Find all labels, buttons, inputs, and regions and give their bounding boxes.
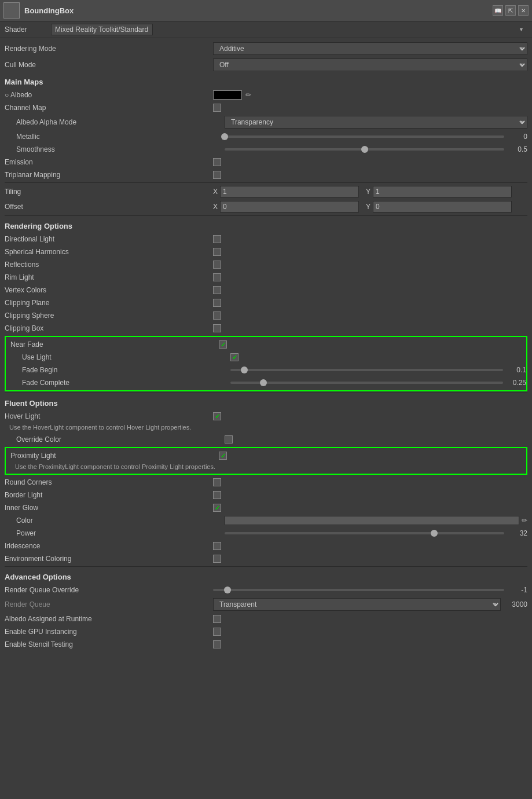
fade-begin-thumb[interactable] <box>241 366 248 373</box>
fade-begin-slider[interactable] <box>230 369 503 371</box>
environment-coloring-label: Environment Coloring <box>5 555 213 563</box>
divider-3 <box>5 393 527 393</box>
fade-begin-label: Fade Begin <box>22 366 230 374</box>
inner-glow-label: Inner Glow <box>5 504 213 512</box>
override-color-control <box>225 435 527 444</box>
emission-checkbox[interactable] <box>213 158 221 166</box>
power-slider[interactable] <box>225 532 504 534</box>
offset-x-input[interactable] <box>220 201 359 212</box>
emission-label: Emission <box>5 158 213 166</box>
smoothness-slider[interactable] <box>225 148 504 151</box>
offset-label: Offset <box>5 203 213 211</box>
render-queue-override-thumb[interactable] <box>224 587 231 593</box>
clipping-sphere-row: Clipping Sphere <box>5 309 527 322</box>
near-fade-highlight-box: Near Fade Use Light Fade Begin <box>5 336 527 391</box>
tiling-label: Tiling <box>5 188 213 196</box>
near-fade-row: Near Fade <box>10 338 526 351</box>
fade-complete-label: Fade Complete <box>22 379 230 387</box>
color-label: Color <box>16 516 225 525</box>
tiling-y-input[interactable] <box>373 186 512 197</box>
use-light-row: Use Light <box>10 351 526 364</box>
albedo-alpha-dropdown[interactable]: Transparency <box>225 116 527 129</box>
near-fade-checkbox[interactable] <box>219 340 227 349</box>
clipping-box-checkbox[interactable] <box>213 324 221 332</box>
proximity-light-label: Proximity Light <box>10 452 219 460</box>
clipping-sphere-checkbox[interactable] <box>213 311 221 320</box>
override-color-checkbox[interactable] <box>225 435 233 444</box>
use-light-checkbox[interactable] <box>230 353 239 361</box>
header-action-buttons: 📖 ⇱ ✕ <box>493 5 529 16</box>
emission-row: Emission <box>5 156 527 168</box>
smoothness-thumb[interactable] <box>361 146 368 153</box>
rim-light-checkbox[interactable] <box>213 273 221 281</box>
albedo-assigned-checkbox[interactable] <box>213 615 221 623</box>
cull-mode-dropdown[interactable]: Off <box>213 58 527 71</box>
clipping-plane-label: Clipping Plane <box>5 299 213 307</box>
render-queue-dropdown[interactable]: Transparent <box>213 598 501 611</box>
albedo-assigned-row: Albedo Assigned at Runtime <box>5 613 527 625</box>
book-icon[interactable]: 📖 <box>493 5 503 16</box>
metallic-thumb[interactable] <box>221 133 228 140</box>
enable-gpu-instancing-label: Enable GPU Instancing <box>5 628 213 636</box>
channel-map-row: Channel Map <box>5 101 527 114</box>
albedo-color-swatch[interactable] <box>213 90 242 100</box>
spherical-harmonics-checkbox[interactable] <box>213 248 221 256</box>
channel-map-checkbox[interactable] <box>213 104 221 112</box>
hover-light-control <box>213 412 527 420</box>
divider-2 <box>5 215 527 216</box>
inner-glow-checkbox[interactable] <box>213 504 221 512</box>
directional-light-control <box>213 235 527 243</box>
triplanar-mapping-checkbox[interactable] <box>213 171 221 179</box>
fade-complete-slider[interactable] <box>230 382 503 384</box>
reflections-checkbox[interactable] <box>213 261 221 269</box>
enable-stencil-testing-checkbox[interactable] <box>213 640 221 648</box>
component-icon <box>3 2 20 19</box>
render-queue-label: Render Queue <box>5 600 213 609</box>
metallic-slider[interactable] <box>225 135 504 138</box>
offset-y-input[interactable] <box>373 201 512 212</box>
proximity-light-row: Proximity Light <box>10 449 526 462</box>
enable-gpu-instancing-checkbox[interactable] <box>213 628 221 636</box>
reflections-row: Reflections <box>5 258 527 271</box>
albedo-alpha-dropdown-wrapper: Transparency <box>225 116 527 129</box>
shader-row: Shader Mixed Reality Toolkit/Standard <box>0 21 532 38</box>
albedo-label: ○ Albedo <box>5 91 213 99</box>
hover-light-checkbox[interactable] <box>213 412 221 420</box>
environment-coloring-checkbox[interactable] <box>213 555 221 563</box>
fade-complete-thumb[interactable] <box>260 379 267 386</box>
vertex-colors-label: Vertex Colors <box>5 286 213 294</box>
clipping-plane-control <box>213 299 527 307</box>
border-light-checkbox[interactable] <box>213 491 221 499</box>
directional-light-checkbox[interactable] <box>213 235 221 243</box>
iridescence-control <box>213 542 527 550</box>
power-thumb[interactable] <box>431 530 438 537</box>
clipping-plane-checkbox[interactable] <box>213 299 221 307</box>
color-bar[interactable] <box>225 516 519 525</box>
channel-map-control <box>213 104 527 112</box>
shader-dropdown[interactable]: Mixed Reality Toolkit/Standard <box>51 24 153 35</box>
smoothness-value: 0.5 <box>504 145 527 153</box>
iridescence-checkbox[interactable] <box>213 542 221 550</box>
color-edit-icon[interactable]: ✏ <box>522 516 527 525</box>
border-light-row: Border Light <box>5 489 527 501</box>
render-queue-slider[interactable] <box>213 589 504 591</box>
round-corners-checkbox[interactable] <box>213 478 221 486</box>
override-color-label: Override Color <box>16 435 225 444</box>
environment-coloring-control <box>213 555 527 563</box>
channel-map-label: Channel Map <box>5 104 213 112</box>
vertex-colors-checkbox[interactable] <box>213 286 221 294</box>
rendering-mode-dropdown[interactable]: Additive <box>213 42 527 55</box>
albedo-edit-icon[interactable]: ✏ <box>245 91 251 99</box>
metallic-control: 0 <box>225 133 527 141</box>
proximity-light-checkbox[interactable] <box>219 452 227 460</box>
cull-mode-row: Cull Mode Off <box>5 57 527 73</box>
triplanar-mapping-row: Triplanar Mapping <box>5 168 527 181</box>
enable-gpu-instancing-row: Enable GPU Instancing <box>5 625 527 638</box>
inner-glow-control <box>213 504 527 512</box>
cull-mode-control: Off <box>213 58 527 71</box>
expand-icon[interactable]: ⇱ <box>505 5 516 16</box>
tiling-x-input[interactable] <box>220 186 359 197</box>
color-row: Color ✏ <box>5 514 527 527</box>
spherical-harmonics-row: Spherical Harmonics <box>5 245 527 258</box>
close-icon[interactable]: ✕ <box>518 5 529 16</box>
